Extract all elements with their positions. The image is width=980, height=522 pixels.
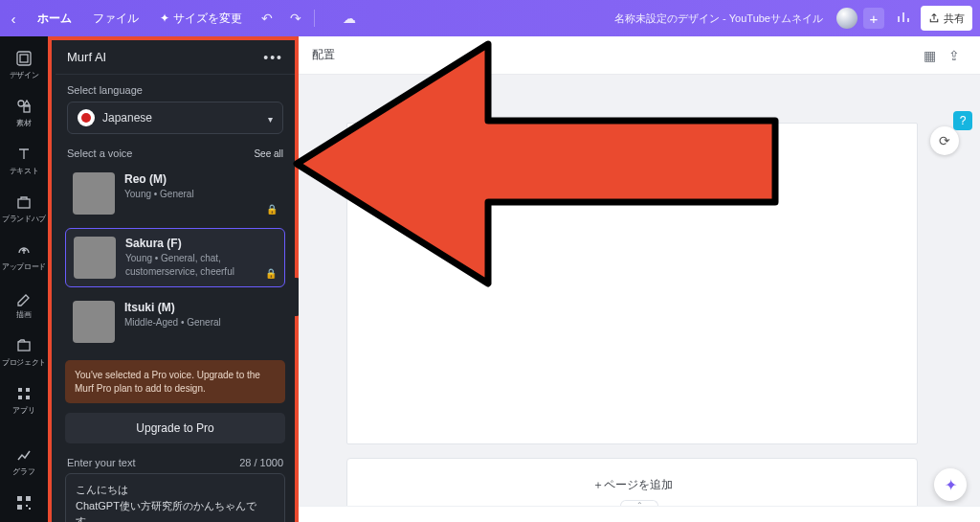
rail-projects[interactable]: プロジェクト — [0, 337, 48, 368]
svg-rect-6 — [18, 388, 22, 392]
voice-option-sakura[interactable]: Sakura (F) Young • General, chat, custom… — [65, 228, 285, 287]
rail-label: アップロード — [2, 261, 46, 272]
flag-japan-icon — [78, 109, 95, 126]
avatar — [73, 172, 115, 215]
rail-label: 描画 — [16, 309, 31, 320]
rail-label: グラフ — [12, 466, 34, 477]
rail-label: ブランドハブ — [2, 214, 46, 224]
projects-icon — [14, 337, 33, 354]
draw-icon — [14, 289, 33, 306]
canvas-toolbar: 配置 ▦ ⇪ — [299, 36, 980, 75]
cloud-sync-icon[interactable]: ☁ — [335, 11, 364, 26]
svg-rect-9 — [26, 396, 30, 399]
text-icon — [14, 146, 33, 163]
voice-meta: Young • General — [124, 188, 194, 201]
home-link[interactable]: ホーム — [27, 0, 82, 36]
pro-upgrade-notice: You've selected a Pro voice. Upgrade to … — [65, 360, 285, 403]
rail-elements[interactable]: 素材 — [0, 98, 48, 128]
select-voice-label: Select a voice — [67, 148, 132, 159]
apps-icon — [14, 385, 33, 402]
top-bar: ‹ ホーム ファイル ✦サイズを変更 ↶ ↷ ☁ 名称未設定のデザイン - Yo… — [0, 0, 980, 36]
rail-label: アプリ — [12, 405, 34, 416]
svg-rect-12 — [17, 505, 22, 510]
rail-text[interactable]: テキスト — [0, 146, 48, 176]
rail-label: テキスト — [10, 166, 39, 176]
select-language-label: Select language — [67, 84, 283, 96]
rail-design[interactable]: デザイン — [0, 50, 48, 80]
bottom-bar — [299, 506, 980, 522]
voice-option-itsuki[interactable]: Itsuki (M) Middle-Aged • General — [65, 293, 285, 351]
rail-label: プロジェクト — [2, 357, 46, 368]
design-icon — [14, 50, 33, 67]
rail-charts[interactable]: グラフ — [0, 446, 48, 477]
rail-label: 素材 — [16, 118, 31, 128]
divider — [314, 10, 331, 27]
murf-panel-highlight: Murf AI ••• Select language Japanese ▾ S… — [48, 36, 299, 522]
svg-rect-10 — [17, 496, 22, 501]
language-dropdown[interactable]: Japanese ▾ — [67, 102, 283, 134]
rail-draw[interactable]: 描画 — [0, 289, 48, 320]
svg-rect-11 — [26, 496, 31, 501]
export-icon[interactable]: ⇪ — [942, 48, 967, 63]
svg-rect-14 — [29, 508, 31, 510]
qr-icon — [14, 494, 33, 511]
charts-icon — [14, 446, 33, 464]
elements-icon — [14, 98, 33, 115]
grid-view-icon[interactable]: ▦ — [917, 48, 942, 63]
left-rail: デザイン 素材 テキスト ブランドハブ アップロード 描画 プロジェクト アプリ… — [0, 36, 48, 522]
share-button[interactable]: 共有 — [921, 6, 972, 31]
rail-brand[interactable]: ブランドハブ — [0, 193, 48, 224]
lock-icon: 🔒 — [266, 204, 278, 215]
analytics-button[interactable] — [890, 10, 917, 28]
document-title[interactable]: 名称未設定のデザイン - YouTubeサムネイル — [614, 11, 823, 26]
chevron-down-icon: ▾ — [268, 114, 273, 125]
upload-icon — [14, 241, 33, 259]
svg-rect-13 — [26, 505, 28, 507]
rail-apps[interactable]: アプリ — [0, 385, 48, 416]
resize-menu[interactable]: ✦サイズを変更 — [149, 0, 253, 36]
lock-icon: 🔒 — [265, 268, 277, 279]
svg-rect-8 — [18, 396, 22, 399]
file-menu[interactable]: ファイル — [82, 0, 149, 36]
voice-name: Reo (M) — [124, 172, 194, 186]
see-all-link[interactable]: See all — [254, 148, 283, 159]
magic-fab[interactable]: ✦ — [934, 468, 967, 501]
voice-meta: Young • General, chat, customerservice, … — [125, 252, 277, 278]
rail-label: デザイン — [10, 70, 39, 80]
rail-upload[interactable]: アップロード — [0, 241, 48, 272]
redo-button[interactable]: ↷ — [281, 11, 310, 26]
svg-rect-4 — [18, 199, 30, 208]
voice-name: Sakura (F) — [125, 237, 277, 250]
upgrade-button[interactable]: Upgrade to Pro — [65, 413, 285, 443]
panel-title: Murf AI — [67, 50, 106, 64]
add-member-button[interactable]: + — [863, 8, 884, 29]
arrange-button[interactable]: 配置 — [312, 47, 335, 63]
svg-rect-0 — [17, 52, 31, 65]
text-input[interactable]: こんにちは ChatGPT使い方研究所のかんちゃんです。 — [65, 473, 285, 522]
canvas-area: ⟳ ＋ページを追加 — [299, 75, 980, 522]
murf-panel: Murf AI ••• Select language Japanese ▾ S… — [56, 40, 295, 522]
brand-icon — [14, 193, 33, 211]
share-label: 共有 — [944, 11, 965, 26]
panel-more-button[interactable]: ••• — [263, 50, 283, 65]
back-button[interactable]: ‹ — [0, 11, 27, 27]
avatar — [73, 301, 115, 343]
resize-label: サイズを変更 — [173, 11, 242, 27]
voice-meta: Middle-Aged • General — [124, 316, 221, 329]
svg-rect-7 — [26, 388, 30, 392]
char-count: 28 / 1000 — [239, 457, 283, 468]
design-stage[interactable] — [346, 123, 918, 444]
voice-name: Itsuki (M) — [124, 301, 221, 314]
svg-point-2 — [18, 101, 24, 106]
svg-rect-1 — [20, 55, 28, 62]
rail-qr[interactable] — [0, 494, 48, 514]
undo-button[interactable]: ↶ — [253, 11, 281, 26]
language-value: Japanese — [102, 111, 152, 125]
voice-option-reo[interactable]: Reo (M) Young • General 🔒 — [65, 165, 285, 222]
svg-rect-5 — [18, 342, 30, 351]
user-avatar[interactable] — [836, 8, 858, 29]
avatar — [74, 237, 116, 279]
svg-rect-3 — [24, 106, 30, 112]
help-fab[interactable]: ? — [953, 111, 972, 130]
reset-view-button[interactable]: ⟳ — [930, 126, 959, 155]
